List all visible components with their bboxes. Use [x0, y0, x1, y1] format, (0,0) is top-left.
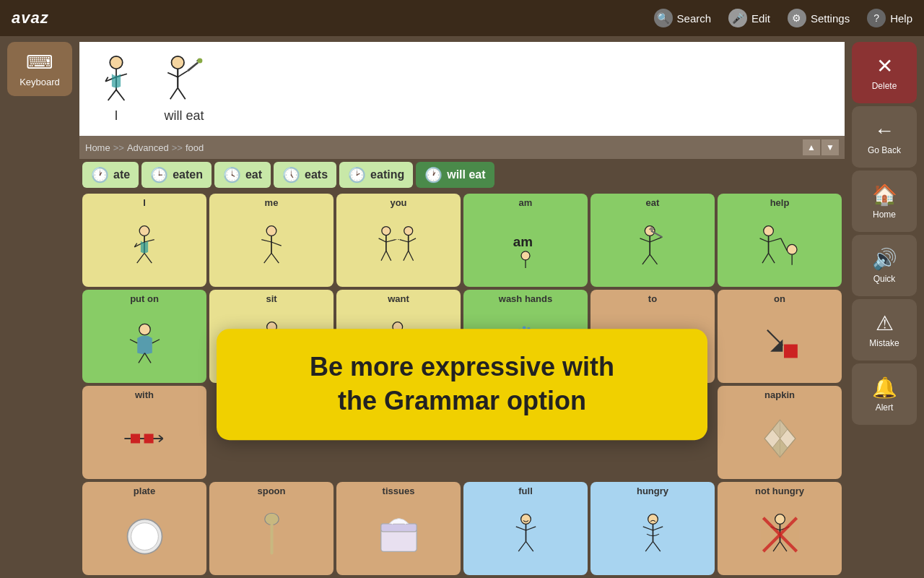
breadcrumb-down[interactable]: ▼ [821, 139, 839, 155]
cell-napkin[interactable]: napkin [718, 386, 842, 479]
svg-point-113 [131, 522, 158, 550]
svg-rect-103 [131, 434, 140, 443]
center-panel: I [79, 36, 845, 578]
cell-full[interactable]: full [463, 482, 588, 575]
sentence-item-will-eat[interactable]: will eat [159, 55, 209, 124]
settings-button[interactable]: ⚙ Settings [788, 9, 850, 27]
cell-I[interactable]: I [82, 194, 206, 287]
svg-line-23 [137, 253, 144, 263]
svg-line-5 [108, 90, 116, 100]
cell-hungry[interactable]: hungry [590, 482, 715, 575]
clock2-icon: 🕒 [150, 166, 168, 184]
edit-button[interactable]: 🎤 Edit [728, 9, 770, 27]
svg-line-134 [773, 541, 780, 551]
mistake-button[interactable]: ⚠ Mistake [852, 299, 917, 361]
tooltip-overlay: Be more expressive withthe Grammar optio… [217, 329, 707, 440]
svg-line-10 [178, 70, 188, 77]
alert-icon: 🔔 [872, 376, 897, 400]
mistake-icon: ⚠ [876, 311, 894, 335]
breadcrumb-food[interactable]: food [186, 142, 204, 153]
help-button[interactable]: ? Help [867, 9, 912, 27]
svg-line-123 [526, 541, 533, 551]
svg-point-47 [645, 225, 655, 236]
svg-line-40 [409, 238, 416, 241]
conj-eats[interactable]: 🕔 eats [274, 162, 336, 188]
svg-line-65 [781, 238, 788, 250]
svg-line-53 [650, 254, 657, 264]
cell-not-hungry[interactable]: not hungry [718, 482, 842, 575]
svg-line-27 [261, 239, 271, 241]
cell-spoon[interactable]: spoon [209, 482, 334, 575]
cell-am[interactable]: am am [463, 194, 588, 287]
conj-eating[interactable]: 🕑 eating [339, 162, 413, 188]
cell-tissues[interactable]: tissues [336, 482, 461, 575]
svg-line-122 [518, 541, 526, 551]
svg-line-61 [762, 253, 769, 263]
breadcrumb-home[interactable]: Home [85, 142, 110, 153]
svg-line-49 [640, 238, 650, 241]
svg-point-37 [404, 226, 413, 235]
go-back-icon: ← [874, 119, 894, 142]
clock-icon: 🕐 [91, 166, 109, 184]
breadcrumb-up[interactable]: ▲ [803, 139, 820, 155]
svg-point-114 [264, 513, 279, 525]
search-button[interactable]: 🔍 Search [654, 9, 712, 27]
cell-plate[interactable]: plate [82, 482, 206, 575]
svg-rect-101 [784, 344, 798, 358]
svg-point-0 [110, 56, 123, 69]
conj-will-eat[interactable]: 🕐 will eat [416, 162, 494, 188]
clock5-icon: 🕑 [348, 166, 366, 184]
cell-you[interactable]: you [336, 194, 461, 287]
cell-on[interactable]: on [718, 290, 842, 383]
svg-line-24 [144, 253, 152, 263]
cell-help[interactable]: help [718, 194, 842, 287]
svg-line-42 [409, 251, 414, 261]
svg-point-7 [172, 56, 185, 69]
conj-ate[interactable]: 🕐 ate [82, 162, 139, 188]
conjugation-bar: 🕐 ate 🕒 eaten 🕓 eat 🕔 eats 🕑 eating 🕐 [79, 159, 845, 191]
svg-point-124 [648, 514, 658, 524]
keyboard-button[interactable]: ⌨ Keyboard [7, 42, 72, 96]
breadcrumb-advanced[interactable]: Advanced [127, 142, 169, 153]
quick-icon: 🔊 [872, 247, 897, 271]
cell-with[interactable]: with [82, 386, 206, 479]
cell-eat[interactable]: eat [590, 194, 715, 287]
svg-point-57 [764, 225, 774, 236]
app-logo: avaz [12, 9, 49, 27]
svg-point-66 [139, 324, 149, 335]
svg-line-28 [271, 242, 282, 246]
home-button[interactable]: 🏠 Home [852, 171, 917, 232]
delete-button[interactable]: ✕ Delete [852, 42, 917, 103]
keyboard-icon: ⌨ [26, 51, 53, 74]
svg-point-15 [197, 58, 202, 63]
svg-line-127 [653, 526, 663, 530]
clock3-icon: 🕓 [223, 166, 241, 184]
quick-button[interactable]: 🔊 Quick [852, 235, 917, 296]
breadcrumb: Home >> Advanced >> food ▲ ▼ [79, 136, 845, 159]
svg-line-62 [769, 253, 775, 263]
svg-line-70 [152, 339, 159, 342]
go-back-button[interactable]: ← Go Back [852, 106, 917, 168]
svg-rect-104 [144, 434, 153, 443]
sentence-item-I[interactable]: I [91, 55, 141, 124]
conj-eaten[interactable]: 🕒 eaten [141, 162, 212, 188]
alert-button[interactable]: 🔔 Alert [852, 363, 917, 425]
svg-line-17 [178, 87, 186, 99]
svg-line-22 [144, 239, 154, 241]
cell-put-on[interactable]: put on [82, 290, 206, 383]
tooltip-text: Be more expressive withthe Grammar optio… [310, 352, 614, 415]
svg-point-31 [382, 226, 391, 235]
svg-point-18 [139, 225, 149, 236]
svg-line-69 [129, 339, 136, 342]
main-layout: ⌨ Keyboard [0, 36, 924, 578]
svg-line-52 [642, 254, 649, 264]
cell-me[interactable]: me [209, 194, 334, 287]
svg-line-121 [526, 526, 536, 530]
svg-line-59 [760, 238, 769, 241]
svg-line-67 [138, 353, 144, 363]
svg-rect-117 [380, 524, 417, 532]
svg-line-129 [653, 541, 660, 551]
clock6-icon: 🕐 [424, 166, 443, 184]
conj-eat[interactable]: 🕓 eat [214, 162, 271, 188]
svg-marker-100 [770, 339, 783, 351]
